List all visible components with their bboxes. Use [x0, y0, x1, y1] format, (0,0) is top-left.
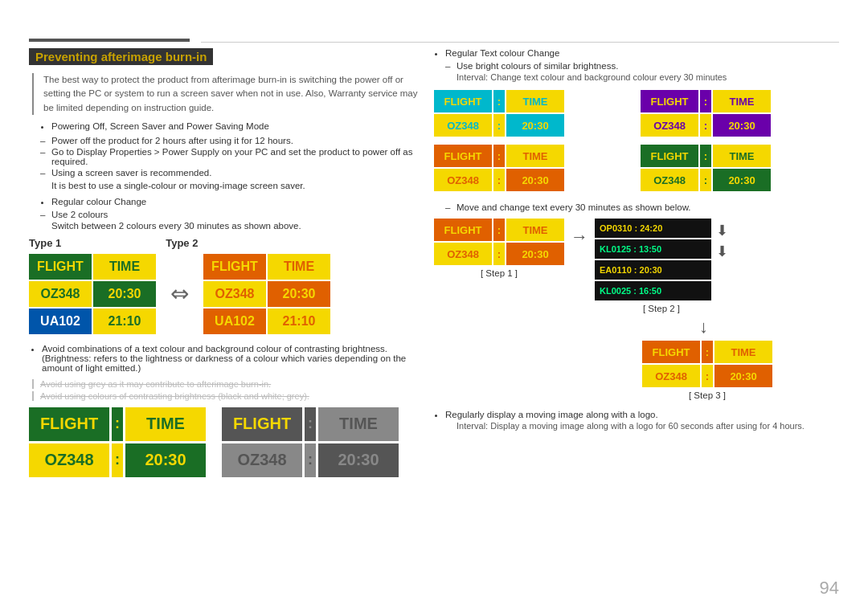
t1-2030-box: 20:30	[93, 281, 156, 307]
t2-oz-box: OZ348	[203, 281, 266, 307]
sm-20-cyan: 20:30	[506, 114, 564, 137]
double-arrow-icon: ⇔	[164, 280, 195, 307]
sm-col2-green: :	[700, 169, 711, 191]
step1-label: [ Step 1 ]	[481, 268, 518, 278]
lg-flight-green: FLIGHT	[29, 407, 109, 441]
sm-20-purple: 20:30	[713, 114, 771, 137]
screensaver-note: It is best to use a single-colour or mov…	[51, 181, 423, 190]
section-title: Preventing afterimage burn-in	[29, 48, 213, 65]
step2-container: OP0310 : 24:20 KL0125 : 13:50 EA0110 : 2…	[595, 219, 728, 313]
steps-row: FLIGHT : TIME OZ348 : 20:30 [ Step 1 ] →…	[434, 219, 839, 313]
step3-2030: 20:30	[714, 365, 772, 387]
right-bullet1: Regular Text colour Change	[445, 48, 839, 58]
scroll-arrows: ⬇ ⬇	[716, 219, 728, 260]
scroll-row-1: OP0310 : 24:20	[595, 219, 711, 238]
t2-2110-box: 21:10	[268, 309, 330, 334]
step3-oz: OZ348	[642, 365, 700, 387]
t2-ua-box: UA102	[203, 309, 266, 334]
step3-display: FLIGHT : TIME OZ348 : 20:30	[642, 341, 772, 387]
t2-time-box: TIME	[268, 254, 330, 280]
purple-display: FLIGHT : TIME OZ348 : 20:30	[641, 90, 839, 137]
avoid-contrasting: Avoid using colours of contrasting brigh…	[32, 391, 423, 401]
green-display: FLIGHT : TIME OZ348 : 20:30	[641, 145, 839, 191]
step1-container: FLIGHT : TIME OZ348 : 20:30 [ Step 1 ]	[434, 219, 564, 278]
sm-fl-green: FLIGHT	[641, 145, 698, 167]
sm-tm-cyan: TIME	[506, 90, 564, 112]
regularly-section: Regularly display a moving image along w…	[434, 410, 839, 431]
sm-20-orange: 20:30	[506, 169, 564, 191]
sm-fl-purple: FLIGHT	[641, 90, 698, 112]
lg-flight-gray: FLIGHT	[222, 407, 302, 441]
scroll-row-2: KL0125 : 13:50	[595, 239, 711, 259]
lg-2030-green: 20:30	[125, 443, 206, 477]
sm-col2-orange: :	[493, 169, 505, 191]
scroll-row-4: KL0025 : 16:50	[595, 281, 711, 300]
arrow-step1-step2: →	[571, 219, 588, 247]
sm-oz-purple: OZ348	[641, 114, 698, 137]
avoid-grey: Avoid using grey as it may contribute to…	[32, 379, 423, 389]
type2-label: Type 2	[166, 237, 198, 249]
large-gray-display: FLIGHT : TIME OZ348 : 20:30	[222, 407, 399, 477]
regularly-bullet: Regularly display a moving image along w…	[445, 410, 839, 419]
arrow-down-container: ↓	[699, 317, 839, 337]
lg-colon-gray: :	[305, 407, 316, 441]
step2-inner: OP0310 : 24:20 KL0125 : 13:50 EA0110 : 2…	[595, 219, 728, 300]
right-flight-grid: FLIGHT : TIME OZ348 : 20:30 FLIGHT : TIM…	[434, 90, 839, 191]
type-labels-row: Type 1 Type 2	[29, 237, 423, 249]
step1-col2: :	[493, 243, 505, 265]
sub-power-3: Using a screen saver is recommended.	[51, 168, 423, 178]
left-column: Preventing afterimage burn-in The best w…	[29, 48, 423, 477]
sm-oz-cyan: OZ348	[434, 114, 492, 137]
step1-time: TIME	[506, 219, 564, 241]
step3-flight: FLIGHT	[642, 341, 700, 363]
lg-colon2-green: :	[112, 443, 123, 477]
type1-label: Type 1	[29, 237, 61, 249]
sm-tm-orange: TIME	[506, 145, 564, 167]
large-green-display: FLIGHT : TIME OZ348 : 20:30	[29, 407, 206, 477]
interval1: Interval: Change text colour and backgro…	[457, 72, 839, 82]
t1-2110-box: 21:10	[93, 309, 156, 334]
scroll-row-3: EA0110 : 20:30	[595, 260, 711, 280]
t2-flight-box: FLIGHT	[203, 254, 266, 280]
bullet-powering: Powering Off, Screen Saver and Power Sav…	[51, 121, 423, 131]
sm-col-orange: :	[493, 145, 505, 167]
sm-col-cyan: :	[493, 90, 505, 112]
step3-label: [ Step 3 ]	[689, 390, 726, 400]
type2-display: FLIGHT TIME OZ348 20:30 UA102 21:10	[203, 254, 330, 334]
sm-fl-cyan: FLIGHT	[434, 90, 492, 112]
step1-2030: 20:30	[506, 243, 564, 265]
top-bar-right	[201, 42, 839, 43]
step3-container: FLIGHT : TIME OZ348 : 20:30 [ Step 3 ]	[643, 341, 772, 400]
sm-20-green: 20:30	[713, 169, 771, 191]
step2-label: [ Step 2 ]	[643, 304, 680, 313]
step1-display: FLIGHT : TIME OZ348 : 20:30	[434, 219, 564, 265]
orange-display: FLIGHT : TIME OZ348 : 20:30	[434, 145, 633, 191]
t2-2030-box: 20:30	[268, 281, 330, 307]
lg-oz-green: OZ348	[29, 443, 109, 477]
cyan-display: FLIGHT : TIME OZ348 : 20:30	[434, 90, 633, 137]
lg-2030-gray: 20:30	[318, 443, 399, 477]
right-column: Regular Text colour Change Use bright co…	[434, 48, 839, 431]
sub-power-2: Go to Display Properties > Power Supply …	[51, 147, 423, 166]
step2-scroll: OP0310 : 24:20 KL0125 : 13:50 EA0110 : 2…	[595, 219, 711, 300]
t1-flight-box: FLIGHT	[29, 254, 92, 280]
right-sub1: Use bright colours of similar brightness…	[457, 61, 839, 71]
sm-oz-green: OZ348	[641, 169, 698, 191]
move-note: Move and change text every 30 minutes as…	[457, 202, 839, 212]
avoid-combinations: Avoid combinations of a text colour and …	[42, 344, 423, 373]
sm-col-purple: :	[700, 90, 711, 112]
scroll-arrow-2: ⬇	[716, 243, 728, 260]
t1-ua-box: UA102	[29, 309, 92, 334]
step1-oz: OZ348	[434, 243, 492, 265]
page-number: 94	[820, 578, 839, 599]
sm-oz-orange: OZ348	[434, 169, 492, 191]
t1-oz-box: OZ348	[29, 281, 92, 307]
arrow-step2-step3: ↓	[699, 317, 708, 337]
step1-flight: FLIGHT	[434, 219, 492, 241]
sm-tm-green: TIME	[713, 145, 771, 167]
t1-time-box: TIME	[93, 254, 156, 280]
step3-col: :	[702, 341, 713, 363]
sub-power-1: Power off the product for 2 hours after …	[51, 136, 423, 145]
type-displays-row: FLIGHT TIME OZ348 20:30 UA102 21:10 ⇔ FL…	[29, 254, 423, 334]
step3-time: TIME	[714, 341, 772, 363]
